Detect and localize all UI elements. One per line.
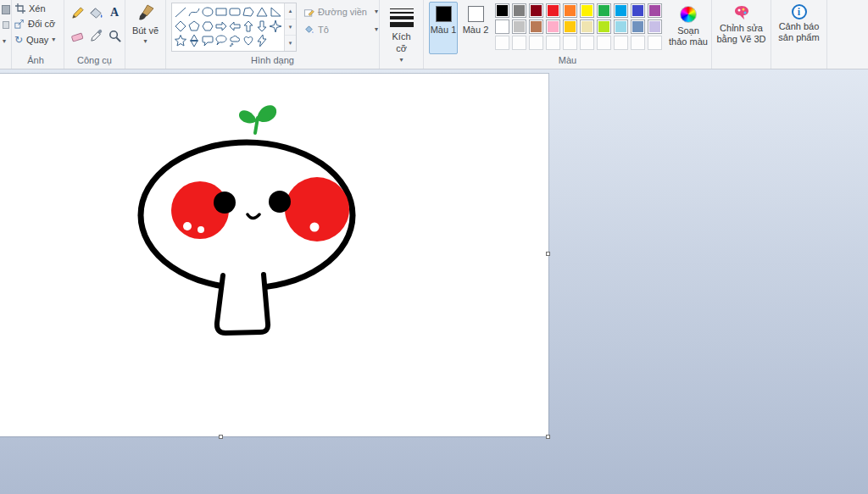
palette-swatch[interactable] bbox=[614, 3, 628, 18]
edit-with-paint3d-button[interactable]: Chỉnh sửa bằng Vẽ 3D bbox=[714, 4, 769, 45]
shape-cloud-callout-icon[interactable] bbox=[228, 34, 242, 47]
fill-tool-button[interactable] bbox=[87, 3, 104, 22]
eye-left bbox=[214, 191, 236, 214]
shape-oval-icon[interactable] bbox=[201, 5, 214, 19]
crop-button[interactable]: Xén bbox=[15, 3, 46, 14]
canvas-resize-handle-corner[interactable] bbox=[546, 435, 550, 439]
section-size: Kích cỡ ▾ bbox=[380, 0, 424, 69]
chevron-down-icon[interactable]: ▾ bbox=[3, 37, 6, 45]
shape-polygon-icon[interactable] bbox=[242, 5, 255, 19]
shape-oval-callout-icon[interactable] bbox=[214, 34, 228, 47]
shape-hexagon-icon[interactable] bbox=[201, 19, 214, 33]
shape-down-arrow-icon[interactable] bbox=[255, 19, 269, 33]
shape-triangle-icon[interactable] bbox=[255, 5, 269, 19]
palette-swatch[interactable] bbox=[614, 19, 628, 34]
fill-bucket-icon bbox=[89, 6, 103, 20]
text-tool-button[interactable]: A bbox=[106, 3, 123, 22]
palette-swatch[interactable] bbox=[580, 19, 594, 34]
palette-swatch-empty[interactable] bbox=[563, 36, 577, 50]
canvas[interactable] bbox=[0, 74, 548, 436]
palette-swatch[interactable] bbox=[631, 3, 645, 18]
brushes-button[interactable]: Bút vẽ ▾ bbox=[125, 3, 165, 45]
palette-swatch-empty[interactable] bbox=[648, 36, 662, 50]
rotate-button[interactable]: ↻ Quay ▾ bbox=[14, 35, 55, 45]
info-icon: i bbox=[792, 4, 807, 19]
palette-swatch-empty[interactable] bbox=[614, 36, 628, 50]
cheek-highlight bbox=[198, 226, 204, 233]
shape-line-icon[interactable] bbox=[174, 5, 187, 19]
shape-pentagon-icon[interactable] bbox=[187, 19, 201, 33]
crop-label: Xén bbox=[29, 3, 46, 14]
outline-dropdown-button[interactable]: Đường viền ▾ bbox=[303, 4, 378, 19]
palette-swatch[interactable] bbox=[597, 3, 611, 18]
workspace bbox=[0, 69, 868, 494]
palette-swatch[interactable] bbox=[495, 19, 509, 34]
color-picker-tool-button[interactable] bbox=[87, 26, 104, 45]
shape-up-arrow-icon[interactable] bbox=[242, 19, 255, 33]
palette-swatch-empty[interactable] bbox=[546, 36, 560, 50]
palette-swatch[interactable] bbox=[563, 19, 577, 34]
canvas-resize-handle-bottom[interactable] bbox=[219, 435, 223, 439]
palette-swatch[interactable] bbox=[546, 19, 560, 34]
shape-rectangle-icon[interactable] bbox=[214, 5, 228, 19]
shape-four-point-star-icon[interactable] bbox=[269, 19, 282, 33]
section-label-colors: Màu bbox=[424, 55, 711, 65]
fill-dropdown-button[interactable]: Tô ▾ bbox=[303, 22, 378, 37]
palette-swatch[interactable] bbox=[597, 19, 611, 34]
copy-icon[interactable] bbox=[3, 21, 9, 29]
shape-left-arrow-icon[interactable] bbox=[228, 19, 242, 33]
shapes-scroll-down-button[interactable]: ▾ bbox=[285, 19, 296, 35]
section-colors: Màu 1 Màu 2 Soạn thảo màu Màu bbox=[424, 0, 712, 69]
shape-lightning-icon[interactable] bbox=[255, 34, 269, 47]
pencil-tool-button[interactable] bbox=[69, 3, 86, 22]
clipboard-icon[interactable] bbox=[2, 5, 10, 14]
shape-six-point-star-icon[interactable] bbox=[187, 34, 201, 47]
palette-swatch-empty[interactable] bbox=[495, 36, 509, 50]
eraser-tool-button[interactable] bbox=[69, 26, 86, 45]
eye-right bbox=[269, 191, 291, 213]
edit-colors-rainbow-icon bbox=[680, 6, 697, 23]
palette-swatch[interactable] bbox=[580, 3, 594, 18]
canvas-resize-handle-right[interactable] bbox=[546, 252, 550, 256]
color1-swatch bbox=[436, 6, 452, 22]
color2-button[interactable]: Màu 2 bbox=[461, 2, 490, 54]
palette-swatch[interactable] bbox=[563, 3, 577, 18]
palette-swatch[interactable] bbox=[512, 3, 526, 18]
text-tool-icon: A bbox=[110, 6, 119, 19]
palette-swatch[interactable] bbox=[512, 19, 526, 34]
palette-swatch-empty[interactable] bbox=[631, 36, 645, 50]
resize-button[interactable]: Đổi cỡ bbox=[14, 19, 55, 29]
shapes-gallery-expand-button[interactable]: ▾ bbox=[285, 35, 296, 51]
palette-swatch[interactable] bbox=[529, 19, 543, 34]
shape-five-point-star-icon[interactable] bbox=[174, 34, 187, 47]
shape-right-triangle-icon[interactable] bbox=[269, 5, 282, 19]
palette-swatch[interactable] bbox=[648, 3, 662, 18]
magnifier-tool-button[interactable] bbox=[106, 26, 123, 45]
shape-rounded-callout-icon[interactable] bbox=[201, 34, 214, 47]
shape-diamond-icon[interactable] bbox=[174, 19, 187, 33]
shape-rounded-rectangle-icon[interactable] bbox=[228, 5, 242, 19]
chevron-down-icon: ▾ bbox=[375, 8, 378, 15]
palette-swatch-empty[interactable] bbox=[512, 36, 526, 50]
size-button[interactable]: Kích cỡ ▾ bbox=[381, 2, 421, 65]
palette-swatch[interactable] bbox=[631, 19, 645, 34]
palette-swatch-empty[interactable] bbox=[597, 36, 611, 50]
color2-swatch bbox=[468, 6, 484, 22]
palette-swatch[interactable] bbox=[648, 19, 662, 34]
edit-colors-label: Soạn thảo màu bbox=[669, 25, 708, 47]
character-neck bbox=[217, 275, 268, 333]
palette-swatch[interactable] bbox=[495, 3, 509, 18]
palette-swatch-empty[interactable] bbox=[529, 36, 543, 50]
shape-curve-icon[interactable] bbox=[187, 5, 201, 19]
color1-button[interactable]: Màu 1 bbox=[429, 2, 458, 54]
edit-colors-button[interactable]: Soạn thảo màu bbox=[668, 2, 709, 54]
palette-swatch[interactable] bbox=[529, 3, 543, 18]
palette-swatch-empty[interactable] bbox=[580, 36, 594, 50]
shape-heart-icon[interactable] bbox=[242, 34, 255, 47]
palette-swatch[interactable] bbox=[546, 3, 560, 18]
shape-right-arrow-icon[interactable] bbox=[214, 19, 228, 33]
fill-label: Tô bbox=[318, 25, 371, 35]
product-alerts-button[interactable]: i Cảnh báo sản phẩm bbox=[773, 4, 825, 43]
brush-icon bbox=[136, 3, 156, 24]
shapes-scroll-up-button[interactable]: ▴ bbox=[285, 3, 296, 19]
